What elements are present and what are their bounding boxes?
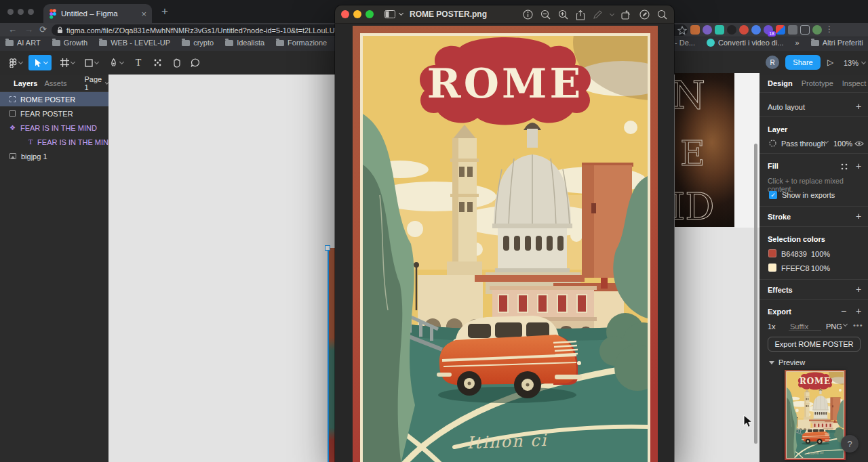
extension-icon[interactable] (703, 25, 712, 35)
profile-avatar[interactable] (812, 25, 822, 35)
new-tab-button[interactable]: + (161, 5, 168, 17)
fill-add-button[interactable]: + (856, 161, 861, 171)
export-scale[interactable]: 1x (768, 322, 776, 331)
extension-icon[interactable] (776, 25, 785, 35)
export-add-button[interactable]: + (856, 306, 861, 316)
effects-add-button[interactable]: + (856, 285, 861, 294)
reload-icon[interactable]: ⟳ (39, 24, 47, 35)
share-button[interactable]: Share (785, 55, 821, 70)
styles-icon[interactable] (841, 163, 848, 170)
tab-inspect[interactable]: Inspect (842, 79, 866, 87)
chevron-down-icon (43, 59, 47, 64)
user-avatar[interactable]: R (766, 56, 779, 69)
auto-layout-add-button[interactable]: + (856, 102, 861, 111)
zoom-in-icon[interactable] (558, 9, 568, 20)
bookmark-item[interactable]: Idealista (225, 39, 264, 47)
sidebar-toggle-icon[interactable] (384, 10, 395, 18)
bookmarks-overflow-chevron[interactable]: » (795, 39, 800, 47)
figma-main-menu[interactable] (5, 55, 26, 70)
markup-toolbar-icon[interactable] (639, 9, 650, 20)
zoom-level-dropdown[interactable]: 13% (844, 59, 865, 67)
color-hex[interactable]: B64839 (781, 250, 807, 258)
back-icon[interactable]: ← (8, 24, 17, 35)
blend-mode-icon[interactable] (769, 140, 776, 147)
extension-icon[interactable] (715, 25, 724, 35)
pen-tool[interactable] (106, 55, 126, 70)
bookmark-item[interactable]: AI ART (5, 39, 41, 47)
show-in-exports-checkbox[interactable]: ✓ (769, 191, 777, 199)
markup-pencil-icon[interactable] (593, 9, 603, 20)
tab-design[interactable]: Design (768, 79, 793, 87)
blend-mode-value[interactable]: Pass through (781, 140, 825, 148)
layer-row-image[interactable]: bigjpg 1 (0, 149, 108, 163)
color-opacity[interactable]: 100% (811, 264, 830, 272)
extension-icon[interactable]: 18 (764, 25, 773, 35)
rotate-icon[interactable] (621, 10, 632, 20)
layer-row-fear-poster[interactable]: FEAR POSTER (0, 106, 108, 121)
layer-row-component[interactable]: ❖ FEAR IS IN THE MIND (0, 121, 108, 135)
bookmark-item[interactable]: WEB - LEVEL-UP (99, 39, 170, 47)
color-swatch[interactable] (768, 264, 776, 272)
share-icon[interactable] (576, 9, 585, 20)
shape-tool[interactable] (81, 55, 102, 70)
quicklook-titlebar[interactable]: ROME POSTER.png (335, 5, 674, 24)
selection-handle[interactable] (325, 245, 330, 251)
window-zoom-button[interactable] (28, 9, 34, 15)
layer-opacity-value[interactable]: 100% (833, 140, 852, 148)
tab-layers[interactable]: Layers (14, 79, 37, 87)
frame-tool[interactable] (57, 55, 77, 70)
minimize-icon[interactable] (353, 10, 361, 18)
color-swatch[interactable] (768, 249, 776, 257)
export-options-icon[interactable]: ••• (853, 321, 863, 329)
text-tool[interactable]: T (130, 55, 146, 70)
preview-toggle[interactable]: Preview (769, 358, 805, 366)
extension-icon[interactable] (739, 25, 749, 35)
sites-icon[interactable] (800, 25, 810, 35)
export-button[interactable]: Export ROME POSTER (768, 337, 861, 352)
browser-tab[interactable]: Untitled – Figma × (43, 4, 152, 23)
fullscreen-icon[interactable] (366, 10, 374, 18)
chevron-down-icon[interactable] (399, 11, 403, 16)
quicklook-window[interactable]: ROME POSTER.png (335, 5, 674, 462)
tab-assets[interactable]: Assets (44, 79, 66, 87)
bookmark-item[interactable]: Converti i video di... (707, 39, 784, 47)
help-button[interactable]: ? (841, 435, 859, 453)
tab-prototype[interactable]: Prototype (802, 79, 833, 87)
move-tool[interactable] (28, 55, 52, 70)
bookmark-item[interactable]: Growth (52, 39, 87, 47)
present-play-icon[interactable]: ▷ (827, 58, 833, 67)
chevron-down-icon[interactable] (610, 11, 614, 16)
bookmark-item[interactable]: Formazione (276, 39, 327, 47)
close-icon[interactable] (341, 10, 349, 18)
forward-icon[interactable]: → (24, 24, 33, 35)
bookmark-item[interactable]: Altri Preferiti (811, 39, 863, 47)
layer-row-rome-poster[interactable]: ROME POSTER (0, 92, 108, 106)
bookmark-star-icon[interactable] (677, 26, 687, 35)
window-close-button[interactable] (7, 9, 14, 15)
export-remove-button[interactable]: − (841, 306, 846, 316)
color-hex[interactable]: FFEFC8 (781, 264, 810, 272)
fear-poster-fragment[interactable]: N E ID (675, 73, 734, 227)
color-opacity[interactable]: 100% (811, 250, 830, 258)
browser-menu-icon[interactable]: ⋮ (825, 25, 834, 35)
resources-tool[interactable] (149, 55, 165, 70)
extension-icon[interactable] (727, 25, 736, 35)
eye-icon[interactable] (854, 140, 864, 147)
extension-icon[interactable] (751, 25, 761, 35)
bookmark-item[interactable]: - De... (675, 39, 695, 47)
puzzle-icon[interactable] (788, 25, 797, 35)
bookmark-item[interactable]: crypto (182, 39, 214, 47)
stroke-add-button[interactable]: + (856, 211, 861, 221)
layer-row-text[interactable]: T FEAR IS IN THE MIND (0, 135, 108, 149)
export-format-dropdown[interactable]: PNG (826, 322, 842, 331)
zoom-out-icon[interactable] (540, 9, 551, 20)
tab-close-icon[interactable]: × (141, 9, 146, 18)
info-icon[interactable] (523, 9, 533, 20)
extension-icon[interactable] (690, 25, 700, 35)
window-minimize-button[interactable] (18, 9, 24, 15)
canvas-scrollbar[interactable] (754, 144, 757, 444)
hand-tool[interactable] (168, 55, 184, 70)
search-icon[interactable] (657, 9, 667, 20)
page-selector[interactable]: Page 1 (85, 75, 109, 91)
comment-tool[interactable] (187, 55, 203, 70)
